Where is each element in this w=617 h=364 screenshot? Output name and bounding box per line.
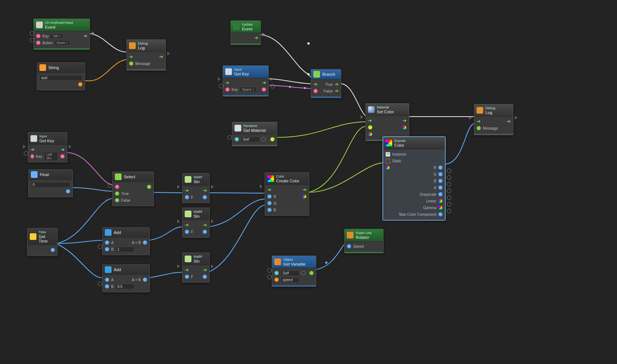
node-set-color[interactable]: Material Set Color ➔ ➔ <box>365 103 409 141</box>
node-sin-3[interactable]: Mathf Sin ➔ ➔ F <box>182 253 210 283</box>
port-target[interactable] <box>274 271 279 275</box>
key-dropdown[interactable]: Left Sh↕ <box>44 152 58 161</box>
node-add-1[interactable]: Add A A + B B 1 <box>102 227 150 255</box>
port-g[interactable] <box>438 172 443 176</box>
b-field[interactable]: 0.5 <box>116 284 134 289</box>
ext-port[interactable] <box>447 209 451 213</box>
node-update[interactable]: Update Event ➔ <box>230 20 261 45</box>
key-dropdown[interactable]: Tab ↕ <box>51 33 63 39</box>
port-b[interactable] <box>438 179 443 183</box>
self-field[interactable]: Self <box>241 137 259 142</box>
port-key[interactable] <box>36 34 41 38</box>
node-get-material[interactable]: Renderer Get Material Self <box>232 122 277 146</box>
port-speed[interactable] <box>347 244 351 248</box>
port-key[interactable] <box>30 154 34 159</box>
port-f[interactable] <box>185 274 189 279</box>
port-color-out[interactable] <box>402 125 407 130</box>
port-message[interactable] <box>477 126 481 130</box>
flow-out[interactable]: ➔ <box>159 55 163 59</box>
flow-out[interactable]: ➔ <box>203 189 207 192</box>
var-name-field[interactable]: speed <box>281 277 299 283</box>
port-out[interactable] <box>309 271 314 275</box>
port-color-in[interactable] <box>385 165 390 170</box>
node-debug-log-1[interactable]: Debug Log ➔ ➔ Message <box>126 39 166 71</box>
b-field[interactable]: 1 <box>116 247 134 252</box>
port-f[interactable] <box>185 195 189 199</box>
port-cond[interactable] <box>313 89 318 93</box>
node-get-variable[interactable]: Object Get Variable Self speed <box>272 256 316 287</box>
flow-in[interactable]: ➔ <box>225 81 229 85</box>
flow-in[interactable]: ➔ <box>368 119 372 123</box>
flow-in[interactable]: ➔ <box>185 268 189 272</box>
node-on-keyboard-input[interactable]: On Keyboard Input Event Key Tab ↕ ➔ Acti… <box>33 19 90 50</box>
flow-false[interactable]: ➔ <box>335 89 339 93</box>
node-select[interactable]: Select True False <box>112 172 154 206</box>
port-action[interactable] <box>36 40 41 45</box>
ext-port[interactable] <box>108 183 112 188</box>
node-get-key-space[interactable]: Input Get Key ➔ ➔ Key Space ↕ <box>223 65 269 97</box>
node-sin-1[interactable]: Mathf Sin ➔ ➔ F <box>182 173 210 203</box>
node-create-color[interactable]: Color Create Color ➔ ➔ R G B <box>265 172 309 216</box>
flow-out[interactable]: ➔ <box>254 36 258 40</box>
node-sin-2[interactable]: Mathf Sin ➔ ➔ F <box>182 208 210 238</box>
flow-out[interactable]: ➔ <box>303 188 307 192</box>
port-out[interactable] <box>51 248 55 252</box>
ext-port[interactable] <box>227 135 232 140</box>
port-linear[interactable] <box>438 199 443 203</box>
port-out[interactable] <box>147 185 151 189</box>
ext-port[interactable] <box>447 169 451 173</box>
port-selector[interactable] <box>115 185 119 189</box>
port-a[interactable] <box>105 277 109 282</box>
flow-out[interactable]: ➔ <box>203 223 207 227</box>
flow-in[interactable]: ➔ <box>185 223 189 227</box>
port-r[interactable] <box>438 165 443 170</box>
port-material-out[interactable] <box>270 137 275 142</box>
ext-port[interactable] <box>267 268 272 273</box>
ext-port[interactable] <box>447 195 451 200</box>
float-input[interactable]: 0 <box>31 182 70 188</box>
self-field[interactable]: Self <box>281 270 299 276</box>
node-expose-color[interactable]: Expose Color ✓ Instance Static R G B A G… <box>383 137 445 220</box>
ext-port[interactable] <box>98 282 102 286</box>
obj-picker[interactable] <box>261 137 266 142</box>
flow-out[interactable]: ➔ <box>61 148 65 152</box>
ext-port[interactable] <box>24 151 28 156</box>
node-string[interactable]: String asd <box>37 62 85 90</box>
ext-port[interactable] <box>270 84 275 88</box>
port-out[interactable] <box>78 82 83 87</box>
port-out[interactable] <box>203 230 207 234</box>
static-checkbox[interactable] <box>385 159 390 163</box>
port-target[interactable] <box>235 137 239 142</box>
port-false[interactable] <box>115 198 119 202</box>
string-input[interactable]: asd <box>39 75 83 81</box>
ext-port[interactable] <box>447 189 451 193</box>
ext-port[interactable] <box>219 84 223 88</box>
port-out[interactable] <box>143 240 147 245</box>
action-dropdown[interactable]: Down ↕ <box>55 40 70 45</box>
flow-in[interactable]: ➔ <box>185 189 189 192</box>
node-get-key-leftshift[interactable]: Input Get Key ➔ ➔ Key Left Sh↕ <box>28 132 67 162</box>
flow-out[interactable]: ➔ <box>203 268 207 272</box>
flow-in[interactable]: ➔ <box>477 120 481 123</box>
ext-port[interactable] <box>30 38 34 42</box>
port-a[interactable] <box>105 240 109 245</box>
ext-port[interactable] <box>447 175 451 180</box>
flow-out[interactable]: ➔ <box>83 34 87 38</box>
flow-true[interactable]: ➔ <box>335 82 339 86</box>
port-b[interactable] <box>105 284 109 289</box>
flow-in[interactable]: ➔ <box>129 55 133 59</box>
port-out[interactable] <box>203 274 207 279</box>
port-a[interactable] <box>438 185 443 190</box>
port-out[interactable] <box>66 189 70 194</box>
node-branch[interactable]: Branch ➔ True➔ False➔ <box>311 69 341 98</box>
node-rotator[interactable]: Super Unit Rotator Speed <box>344 229 384 253</box>
port-b[interactable] <box>105 247 109 251</box>
port-true[interactable] <box>115 191 119 196</box>
port-f[interactable] <box>185 230 189 234</box>
ext-port[interactable] <box>98 244 102 249</box>
flow-out[interactable]: ➔ <box>403 119 407 123</box>
obj-picker[interactable] <box>301 271 306 275</box>
port-message[interactable] <box>129 61 133 66</box>
ext-port[interactable] <box>267 275 272 279</box>
port-color-in[interactable] <box>368 132 372 136</box>
